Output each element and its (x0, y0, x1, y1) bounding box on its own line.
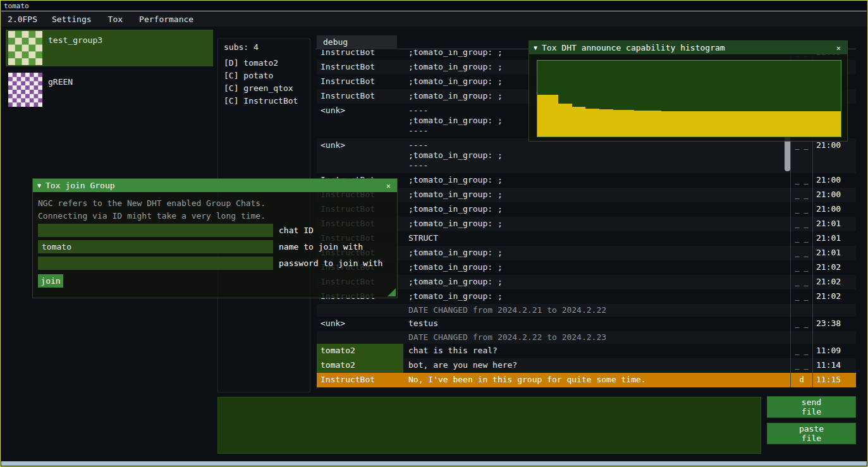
histogram-bar (661, 111, 668, 136)
histogram-bar (668, 111, 675, 136)
histogram-bar (813, 111, 820, 136)
chat-message-text: chat is this real? (403, 344, 790, 358)
chat-sender (317, 331, 403, 344)
chat-sender (317, 304, 403, 317)
dht-histogram-plot (537, 60, 841, 137)
histogram-bar (758, 111, 765, 136)
chat-message-flags: _ _ (790, 202, 813, 217)
histogram-bar (696, 111, 703, 136)
close-icon[interactable]: ✕ (384, 181, 393, 190)
collapse-icon[interactable]: ▼ (37, 182, 41, 189)
paste-file-button[interactable]: paste file (767, 423, 856, 444)
contact-item[interactable]: gREEN (6, 71, 213, 108)
window-bottom-edge[interactable] (1, 461, 867, 466)
chat-message-row[interactable]: tomato2 bot, are you new here? _ _ 11:14 (317, 358, 856, 373)
chat-message-text: ;tomato_in_group: ; (403, 202, 790, 217)
members-count-header: subs: 4 (218, 39, 310, 57)
resize-grip-icon[interactable] (388, 288, 396, 296)
chat-message-time: 21:01 (813, 246, 850, 260)
histogram-bar (786, 111, 793, 136)
join-field-row: chat ID (38, 224, 392, 237)
chat-message-text: bot, are you new here? (403, 358, 790, 373)
dht-histogram-titlebar[interactable]: ▼ Tox DHT announce capability histogram … (529, 41, 847, 54)
join-field-input[interactable] (38, 257, 273, 270)
histogram-bar (717, 111, 724, 136)
member-item[interactable]: [D] tomato2 (218, 57, 310, 70)
chat-message-time: 21:00 (813, 138, 850, 173)
chat-sender: <unk> (317, 138, 403, 173)
chat-message-time: 11:09 (813, 344, 850, 358)
window-titlebar[interactable]: tomato (1, 1, 867, 11)
join-group-titlebar[interactable]: ▼ Tox join Group ✕ (33, 179, 397, 192)
collapse-icon[interactable]: ▼ (534, 44, 537, 51)
chat-message-row[interactable]: InstructBot No, I've been in this group … (317, 373, 856, 387)
chat-message-flags (790, 304, 813, 317)
histogram-bar (537, 95, 544, 136)
join-field-input[interactable] (38, 224, 273, 237)
histogram-bar (558, 104, 565, 136)
chat-message-text: ;tomato_in_group: ; (403, 188, 790, 202)
chat-message-time: 21:00 (813, 188, 850, 202)
chat-message-row[interactable]: <unk> ---- ;tomato_in_group: ; ---- _ _ … (317, 138, 856, 173)
chat-message-time: 21:00 (813, 202, 850, 217)
chat-message-flags (790, 331, 813, 344)
chat-message-time: 11:15 (813, 373, 850, 387)
histogram-bar (544, 95, 551, 136)
join-field-input[interactable] (38, 240, 273, 253)
chat-message-flags: _ _ (790, 138, 813, 173)
close-icon[interactable]: ✕ (834, 44, 843, 52)
chat-message-row[interactable]: DATE CHANGED from 2024.2.22 to 2024.2.23 (317, 331, 856, 344)
chat-sender: tomato2 (317, 344, 403, 358)
window-title: tomato (4, 2, 29, 10)
contact-list: test_group3 gREEN (6, 30, 213, 113)
histogram-bar (806, 111, 813, 136)
chat-sender: tomato2 (317, 358, 403, 373)
menu-item[interactable]: Performance (131, 12, 202, 27)
chat-message-row[interactable]: tomato2 chat is this real? _ _ 11:09 (317, 344, 856, 358)
join-field-label: chat ID (279, 226, 314, 235)
chat-message-time (813, 304, 850, 317)
message-input[interactable] (217, 397, 761, 454)
chat-message-flags: _ _ (790, 344, 813, 358)
chat-message-row[interactable]: <unk> testus _ _ 23:38 (317, 317, 856, 331)
histogram-bar (675, 111, 682, 136)
join-group-window: ▼ Tox join Group ✕ NGC refers to the New… (32, 178, 398, 298)
chat-message-flags: _ _ (790, 260, 813, 275)
chat-message-time: 21:02 (813, 260, 850, 275)
chat-message-flags: _ _ (790, 275, 813, 289)
histogram-bar (710, 111, 717, 136)
histogram-bar (827, 111, 834, 136)
chat-sender: InstructBot (317, 89, 403, 104)
chat-message-flags: _ _ (790, 173, 813, 188)
send-file-button[interactable]: send file (767, 396, 856, 418)
fps-counter: 2.0FPS (1, 15, 44, 24)
histogram-bar (765, 111, 772, 136)
menu-bar: 2.0FPS Settings Tox Performance (1, 12, 867, 27)
chat-message-row[interactable]: DATE CHANGED from 2024.2.21 to 2024.2.22 (317, 304, 856, 317)
chat-message-time: 21:02 (813, 275, 850, 289)
contact-item[interactable]: test_group3 (6, 30, 213, 66)
contact-name: test_group3 (48, 31, 102, 45)
member-item[interactable]: [C] green_qtox (218, 82, 310, 95)
join-button[interactable]: join (38, 274, 63, 288)
chat-sender: InstructBot (317, 373, 403, 387)
tab-debug[interactable]: debug (317, 35, 397, 49)
group-avatar (8, 31, 42, 65)
member-item[interactable]: [C] InstructBot (218, 95, 310, 107)
histogram-bar (627, 110, 634, 136)
chat-message-time: 23:38 (813, 317, 850, 331)
histogram-bar (799, 111, 806, 136)
chat-message-flags: _ _ (790, 289, 813, 304)
histogram-bar (599, 109, 606, 136)
histogram-bar (703, 111, 710, 136)
chat-message-flags: _ _ (790, 246, 813, 260)
chat-message-time: 21:02 (813, 289, 850, 304)
chat-message-flags: _ _ (790, 358, 813, 373)
menu-item[interactable]: Settings (44, 12, 100, 27)
histogram-bar (565, 104, 572, 136)
contact-name: gREEN (48, 73, 73, 87)
menu-item[interactable]: Tox (100, 12, 131, 27)
chat-message-text: testus (403, 317, 790, 331)
member-item[interactable]: [C] potato (218, 70, 310, 82)
histogram-bar (779, 111, 786, 136)
